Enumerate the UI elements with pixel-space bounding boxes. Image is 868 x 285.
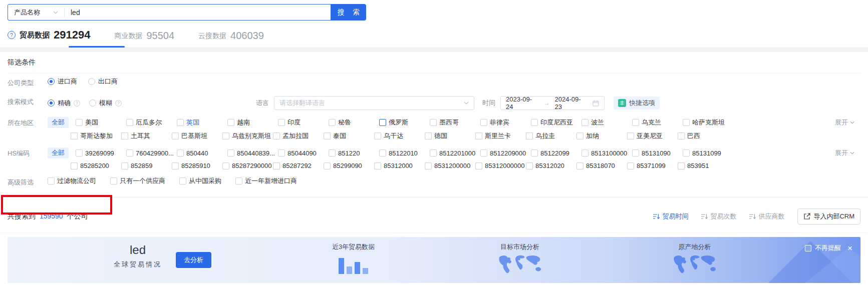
hs-code-checkbox[interactable]: 851220 bbox=[329, 150, 379, 157]
tab-trade-data[interactable]: ? 贸易数据 291294 bbox=[8, 28, 90, 42]
region-checkbox[interactable]: 美国 bbox=[76, 118, 126, 127]
hs-code-checkbox[interactable]: 85312000 bbox=[374, 162, 425, 170]
hs-code-checkbox[interactable]: 8531200000 bbox=[425, 162, 475, 170]
region-checkbox[interactable]: 乌拉圭 bbox=[526, 132, 576, 140]
checkbox-label: 斯里兰卡 bbox=[485, 132, 511, 140]
hs-code-checkbox[interactable]: 39269099 bbox=[76, 150, 126, 157]
region-checkbox[interactable]: 墨西哥 bbox=[430, 118, 480, 127]
checkbox-icon bbox=[632, 119, 639, 126]
region-checkbox[interactable]: 印度尼西亚 bbox=[531, 118, 582, 127]
hs-code-checkbox[interactable]: 8512209000 bbox=[480, 150, 531, 157]
advanced-checkbox[interactable]: 只有一个供应商 bbox=[110, 176, 165, 186]
region-checkbox[interactable]: 孟加拉国 bbox=[273, 132, 324, 140]
hs-code-checkbox[interactable]: 8513100000 bbox=[582, 150, 632, 157]
checkbox-icon bbox=[172, 132, 179, 140]
region-checkbox[interactable]: 土耳其 bbox=[121, 132, 172, 140]
region-checkbox[interactable]: 乌克兰 bbox=[632, 118, 683, 127]
radio-exporter[interactable]: 出口商 bbox=[88, 77, 118, 86]
hs-code-checkbox[interactable]: 850440839... bbox=[227, 150, 278, 157]
region-checkbox[interactable]: 德国 bbox=[425, 132, 475, 140]
region-checkbox[interactable]: 哥斯达黎加 bbox=[71, 132, 121, 140]
hs-code-checkbox[interactable]: 85285200 bbox=[71, 162, 121, 170]
results-suffix: 个公司 bbox=[67, 212, 88, 220]
region-checkbox[interactable]: 巴西 bbox=[678, 132, 728, 140]
search-input[interactable] bbox=[65, 4, 331, 20]
sort-supplier-count[interactable]: 供应商数 bbox=[749, 212, 784, 221]
hs-code-checkbox[interactable]: 85044090 bbox=[278, 150, 329, 157]
region-checkbox[interactable]: 巴基斯坦 bbox=[172, 132, 222, 140]
chevron-down-icon bbox=[850, 152, 854, 154]
hs-code-checkbox[interactable]: 760429900... bbox=[126, 150, 177, 157]
hs-code-checkbox[interactable]: 85299090 bbox=[324, 162, 374, 170]
advanced-checkbox[interactable]: 近一年新增进口商 bbox=[235, 176, 297, 186]
checkbox-icon bbox=[627, 162, 634, 170]
import-crm-button[interactable]: 导入内部CRM bbox=[797, 208, 860, 224]
checkbox-icon bbox=[582, 150, 589, 156]
hs-code-checkbox[interactable]: 85122010 bbox=[379, 150, 430, 157]
radio-exact[interactable]: 精确 bbox=[48, 98, 71, 108]
search-button[interactable]: 搜 索 bbox=[331, 4, 366, 20]
region-checkbox[interactable]: 斯里兰卡 bbox=[475, 132, 526, 140]
bar bbox=[355, 262, 360, 274]
hs-code-checkbox[interactable]: 85312020 bbox=[526, 162, 576, 170]
hs-code-checkbox[interactable]: 852859 bbox=[121, 162, 172, 170]
quick-options-button[interactable]: 快捷选项 bbox=[614, 96, 660, 110]
region-checkbox[interactable]: 亚美尼亚 bbox=[627, 132, 678, 140]
results-count[interactable]: 159590 bbox=[40, 212, 63, 220]
radio-label: 精确 bbox=[58, 98, 71, 108]
region-checkbox[interactable]: 泰国 bbox=[324, 132, 374, 140]
region-checkbox[interactable]: 厄瓜多尔 bbox=[126, 118, 177, 127]
hs-code-checkbox[interactable]: 850440 bbox=[177, 150, 227, 157]
checkbox-icon bbox=[222, 132, 229, 140]
region-expand-link[interactable]: 展开 bbox=[835, 118, 860, 127]
hs-code-checkbox[interactable]: 853951 bbox=[678, 162, 728, 170]
sort-trade-time[interactable]: 贸易时间 bbox=[653, 212, 688, 221]
hs-all-chip[interactable]: 全部 bbox=[48, 148, 69, 158]
checkbox-label: 85122010 bbox=[389, 150, 418, 157]
hs-code-checkbox[interactable]: 8512201000 bbox=[430, 150, 480, 157]
advanced-checkbox[interactable]: 过滤物流公司 bbox=[48, 176, 96, 186]
hs-code-checkbox[interactable]: 85312000000 bbox=[475, 162, 526, 170]
region-checkbox[interactable]: 加纳 bbox=[576, 132, 627, 140]
checkbox-icon bbox=[110, 178, 117, 184]
card-trade-data-3y: 近3年贸易数据 bbox=[317, 242, 390, 274]
region-checkbox[interactable]: 英国 bbox=[177, 118, 227, 127]
sort-trade-count[interactable]: 贸易次数 bbox=[701, 212, 736, 221]
region-checkbox[interactable]: 秘鲁 bbox=[329, 118, 379, 127]
checkbox-label: 亚美尼亚 bbox=[637, 132, 663, 140]
tab-cloud-search-data[interactable]: 云搜数据 406039 bbox=[198, 30, 264, 42]
info-icon[interactable]: ? bbox=[115, 100, 122, 106]
hs-code-checkbox[interactable]: 85318070 bbox=[576, 162, 627, 170]
region-checkbox[interactable]: 乌兹别克斯坦 bbox=[222, 132, 273, 140]
close-icon[interactable]: × bbox=[847, 244, 852, 252]
date-range-picker[interactable]: 2023-09-24 → 2024-09-23 bbox=[500, 96, 605, 110]
hs-expand-link[interactable]: 展开 bbox=[835, 148, 860, 158]
dismiss-checkbox[interactable] bbox=[805, 245, 811, 252]
hs-code-checkbox[interactable]: 85287290000 bbox=[222, 162, 273, 170]
hs-code-checkbox[interactable]: 85131090 bbox=[632, 150, 683, 157]
search-category-select[interactable]: 产品名称 bbox=[8, 4, 64, 20]
question-circle-icon[interactable]: ? bbox=[8, 31, 16, 39]
radio-fuzzy[interactable]: 模糊 bbox=[89, 98, 112, 108]
hs-code-checkbox[interactable]: 85287292 bbox=[273, 162, 324, 170]
region-checkbox[interactable]: 菲律宾 bbox=[480, 118, 531, 127]
hs-code-checkbox[interactable]: 85371099 bbox=[627, 162, 678, 170]
advanced-checkbox[interactable]: 从中国采购 bbox=[179, 176, 221, 186]
hs-code-checkbox[interactable]: 85285910 bbox=[172, 162, 222, 170]
analyze-button[interactable]: 去分析 bbox=[176, 252, 211, 268]
tab-business-data[interactable]: 商业数据 95504 bbox=[114, 30, 174, 42]
hs-code-checkbox[interactable]: 85122099 bbox=[531, 150, 582, 157]
radio-importer[interactable]: 进口商 bbox=[48, 77, 77, 86]
checkbox-label: 39269099 bbox=[85, 150, 114, 157]
region-checkbox[interactable]: 印度 bbox=[278, 118, 329, 127]
info-icon[interactable]: ? bbox=[74, 100, 80, 106]
region-all-chip[interactable]: 全部 bbox=[48, 117, 69, 128]
language-select[interactable]: 请选择翻译语言 bbox=[274, 96, 474, 110]
card-origin-analysis: 原产地分析 bbox=[655, 242, 734, 278]
region-checkbox[interactable]: 乌干达 bbox=[374, 132, 425, 140]
region-checkbox[interactable]: 波兰 bbox=[582, 118, 632, 127]
region-checkbox[interactable]: 俄罗斯 bbox=[379, 118, 430, 127]
hs-code-checkbox[interactable]: 85131099 bbox=[683, 150, 733, 157]
region-checkbox[interactable]: 哈萨克斯坦 bbox=[683, 118, 733, 127]
region-checkbox[interactable]: 越南 bbox=[227, 118, 278, 127]
